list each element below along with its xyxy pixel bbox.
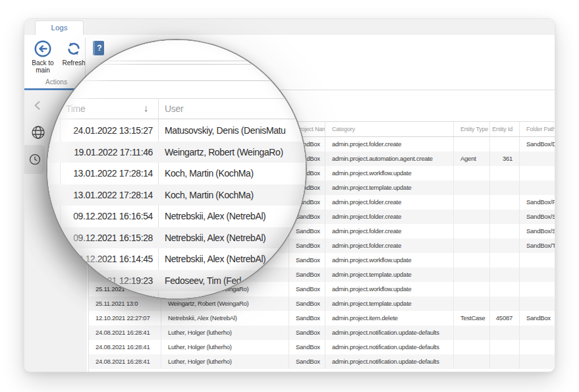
cell-entity-type [454, 195, 490, 210]
cell-entity-id [490, 210, 520, 224]
cell-project-name: SandBox [289, 267, 325, 282]
filter-input-magnified [63, 64, 290, 81]
cell-category: admin.project.notification.update-defaul… [325, 325, 454, 340]
lens-table-row: 19.01.2022 17:11:46 Weingartz, Robert (W… [47, 142, 306, 163]
circle-arrow-left-icon [34, 40, 52, 58]
cell-entity-id [490, 282, 520, 296]
cell-project-name: SandBox [289, 311, 325, 325]
lens-cell-user: Weingartz, Robert (WeingaRo) [153, 142, 306, 163]
magnifier-lens: Time ↓ User 24.01.2022 13:15:27 Matusovs… [46, 39, 307, 300]
lens-column-header-user: User [165, 103, 183, 114]
cell-entity-type [454, 166, 490, 181]
cell-entity-id [490, 137, 520, 152]
back-to-main-button[interactable]: Back to main [28, 40, 58, 74]
cell-entity-type [454, 210, 490, 224]
cell-time: 24.08.2021 16:28:41 [89, 354, 161, 369]
cell-folder-path [520, 282, 555, 296]
column-header-entity-type[interactable]: Entity Type [454, 122, 490, 136]
cell-category: admin.project.folder.create [325, 224, 454, 238]
cell-folder-path [520, 267, 555, 282]
cell-time: 25.11.2021 13:0 [89, 296, 161, 311]
cell-entity-type [454, 282, 490, 296]
cell-folder-path: SandBox/S [520, 224, 555, 238]
cell-entity-type [454, 325, 490, 340]
cell-time: 24.08.2021 16:28:41 [89, 325, 161, 340]
table-row[interactable]: 12.10.2021 22:27:07 Netrebskii, Alex (Ne… [89, 311, 555, 325]
cell-entity-type: Agent [454, 152, 490, 166]
table-row[interactable]: 25.11.2021 13:0 Weingartz, Robert (Weing… [89, 296, 555, 311]
clock-icon [29, 154, 41, 165]
lens-column-header-time: Time [66, 103, 85, 114]
cell-project-name: SandBox [289, 253, 325, 267]
cell-user: Luther, Holger (lutherho) [161, 340, 289, 354]
back-button-label: Back to main [28, 59, 58, 74]
cell-entity-type [454, 137, 490, 152]
lens-cell-time: 09.12.2021 16:15:28 [60, 227, 153, 249]
lens-cell-time: 13.01.2022 17:28:14 [60, 163, 153, 184]
collapse-sidebar-icon[interactable] [32, 100, 43, 111]
cell-category: admin.project.template.update [325, 267, 454, 282]
globe-icon[interactable] [31, 125, 45, 140]
lens-cell-time: 09.12.2021 16:16:54 [60, 206, 153, 227]
cell-category: admin.project.template.update [325, 296, 454, 311]
cell-entity-id [490, 181, 520, 195]
lens-cell-time: 19.01.2022 17:11:46 [60, 142, 153, 163]
cell-category: admin.project.folder.create [325, 238, 454, 253]
lens-cell-time: 24.01.2022 13:15:27 [60, 120, 153, 142]
sidebar-item-history[interactable] [24, 145, 45, 174]
lens-table-row: 09.12.2021 16:15:28 Netrebskii, Alex (Ne… [47, 227, 306, 249]
cell-project-name: SandBox [289, 325, 325, 340]
column-header-folder-path[interactable]: Folder Path [520, 122, 555, 136]
cell-project-name: SandBox [289, 340, 325, 354]
cell-entity-type [454, 253, 490, 267]
lens-cell-user: Koch, Martin (KochMa) [153, 184, 306, 206]
cell-entity-id [490, 296, 520, 311]
cell-entity-id: 361 [490, 152, 520, 166]
cell-category: admin.project.folder.create [325, 137, 454, 152]
cell-entity-id: 45087 [490, 311, 520, 325]
table-row[interactable]: 24.08.2021 16:28:41 Luther, Holger (luth… [89, 340, 555, 354]
lens-cell-user: Netrebskii, Alex (NetrebAl) [153, 206, 306, 227]
app-window: Logs Back to main [24, 18, 555, 372]
column-header-entity-id[interactable]: Entity Id [490, 122, 520, 136]
tab-logs[interactable]: Logs [35, 20, 84, 35]
cell-entity-id [490, 166, 520, 181]
cell-project-name: SandBox [289, 282, 325, 296]
column-header-category[interactable]: Category [325, 122, 454, 136]
cell-folder-path [520, 296, 555, 311]
cell-project-name: SandBox [289, 238, 325, 253]
help-icon[interactable]: ? [93, 41, 104, 55]
cell-folder-path: SandBox/T [520, 238, 555, 253]
cell-entity-id [490, 354, 520, 369]
cell-folder-path [520, 166, 555, 181]
sort-descending-icon: ↓ [144, 102, 149, 113]
lens-table-row: 13.01.2022 17:28:14 Koch, Martin (KochMa… [47, 163, 306, 184]
table-row[interactable]: 24.08.2021 16:28:41 Luther, Holger (luth… [89, 325, 555, 340]
cell-entity-type [454, 224, 490, 238]
table-row[interactable]: 24.08.2021 16:28:41 Luther, Holger (luth… [89, 354, 555, 369]
cell-folder-path [520, 253, 555, 267]
cell-project-name: SandBox [289, 224, 325, 238]
cell-category: admin.project.notification.update-defaul… [325, 340, 454, 354]
cell-user: Luther, Holger (lutherho) [161, 354, 289, 369]
cell-category: admin.project.folder.create [325, 195, 454, 210]
cell-folder-path: SandBox [520, 311, 555, 325]
lens-cell-user: Matusovskiy, Denis (DenisMatu [153, 120, 306, 142]
lens-table-row: 13.01.2022 17:28:14 Koch, Martin (KochMa… [47, 184, 306, 206]
cell-entity-id [490, 325, 520, 340]
cell-entity-type [454, 354, 490, 369]
cell-entity-id [490, 195, 520, 210]
cell-category: admin.project.folder.create [325, 210, 454, 224]
cell-category: admin.project.template.update [325, 181, 454, 195]
cell-folder-path: SandBox/F [520, 195, 555, 210]
cell-category: admin.project.item.delete [325, 311, 454, 325]
lens-content: Time ↓ User 24.01.2022 13:15:27 Matusovs… [47, 40, 306, 298]
cell-folder-path [520, 325, 555, 340]
cell-category: admin.project.workflow.update [325, 166, 454, 181]
lens-table-row: 24.01.2022 13:15:27 Matusovskiy, Denis (… [47, 120, 306, 142]
cell-category: admin.project.notification.update-defaul… [325, 354, 454, 369]
lens-cell-time: 13.01.2022 17:28:14 [60, 184, 153, 206]
cell-folder-path: SandBox/D [520, 137, 555, 152]
cell-entity-id [490, 224, 520, 238]
cell-entity-id [490, 253, 520, 267]
